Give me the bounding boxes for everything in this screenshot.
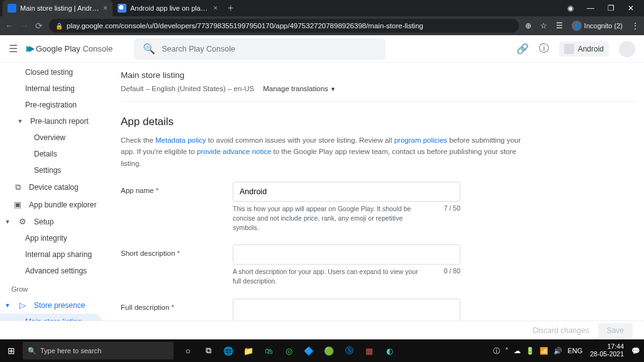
sidebar-item-pre-registration[interactable]: Pre-registration — [0, 97, 102, 113]
system-tray: ⓘ ˄ ☁ 🔋 📶 🔊 ENG 17:44 28-05-2021 💬 — [493, 343, 644, 358]
skype-icon[interactable]: Ⓢ — [341, 343, 357, 359]
start-button[interactable]: ⊞ — [0, 346, 23, 356]
browser-tab[interactable]: Android app live on play store s × — [113, 0, 223, 16]
full-desc-textarea[interactable] — [233, 299, 460, 321]
store-icon[interactable]: 🛍 — [260, 343, 277, 359]
app-selector[interactable]: Android — [559, 41, 609, 57]
app-icon[interactable]: ◐ — [381, 343, 397, 359]
main-content: Main store listing Default – English (Un… — [107, 63, 644, 321]
play-outline-icon: ▷ — [18, 300, 28, 310]
program-policies-link[interactable]: program policies — [394, 136, 447, 144]
reload-icon[interactable]: ⟳ — [35, 21, 43, 31]
onedrive-icon[interactable]: ☁ — [514, 347, 521, 355]
gear-icon: ⚙ — [18, 217, 28, 226]
lang-indicator[interactable]: ENG — [567, 347, 582, 354]
search-input[interactable] — [162, 45, 377, 53]
sidebar-item-details[interactable]: Details — [0, 146, 102, 162]
label-app-name: App name * — [121, 182, 233, 232]
taskbar-search[interactable]: 🔍 Type here to search — [23, 342, 174, 359]
sidebar-item-internal-sharing[interactable]: Internal app sharing — [0, 246, 102, 263]
chevron-down-icon: ▼ — [330, 86, 336, 92]
section-app-details: App details — [121, 102, 644, 134]
maximize-icon[interactable]: ❐ — [606, 4, 615, 13]
sidebar-item-prelaunch[interactable]: ▼Pre-launch report — [0, 113, 102, 129]
incognito-indicator[interactable]: 👤 Incognito (2) — [572, 21, 623, 31]
battery-icon[interactable]: 🔋 — [526, 347, 535, 355]
new-tab-button[interactable]: + — [223, 3, 238, 14]
avatar[interactable] — [619, 41, 635, 57]
chrome-icon[interactable]: 🟢 — [321, 343, 337, 359]
sidebar-item-app-integrity[interactable]: App integrity — [0, 230, 102, 246]
app-icon[interactable]: ◎ — [280, 343, 297, 359]
app-header: ☰ Google Play Console 🔍 🔗 ⓘ Android — [0, 35, 644, 63]
chevron-up-icon[interactable]: ˄ — [505, 347, 509, 355]
volume-icon[interactable]: 🔊 — [553, 347, 562, 355]
chevron-down-icon: ▼ — [16, 118, 24, 124]
save-button[interactable]: Save — [598, 323, 633, 338]
tab-strip: Main store listing | Android × Android a… — [0, 0, 644, 16]
explorer-icon[interactable]: 📁 — [240, 343, 257, 359]
sidebar-item-overview[interactable]: Overview — [0, 129, 102, 146]
wifi-icon[interactable]: 📶 — [540, 347, 548, 355]
short-desc-hint: A short description for your app. Users … — [233, 267, 421, 285]
sidebar-item-settings[interactable]: Settings — [0, 162, 102, 178]
locale-label: Default – English (United States) – en-U… — [121, 85, 254, 92]
bookmark-icon[interactable]: ☆ — [540, 21, 547, 30]
label-short-desc: Short description * — [121, 244, 233, 285]
link-icon[interactable]: 🔗 — [516, 43, 529, 55]
app-icon[interactable]: 🔷 — [301, 343, 317, 359]
discard-button[interactable]: Discard changes — [533, 326, 589, 335]
sidebar-item-setup[interactable]: ▼⚙Setup — [0, 213, 102, 230]
footer-bar: Discard changes Save — [0, 321, 644, 339]
search-box[interactable]: 🔍 — [134, 38, 386, 60]
search-icon: 🔍 — [143, 43, 155, 55]
helper-text: Check the Metadata policy to avoid commo… — [121, 134, 523, 175]
label-full-desc: Full description * — [121, 299, 233, 321]
search-icon: 🔍 — [28, 347, 36, 355]
url-field[interactable]: 🔒 play.google.com/console/u/0/developers… — [49, 19, 519, 33]
app-icon — [564, 44, 574, 54]
record-icon[interactable]: ◉ — [566, 4, 575, 13]
clock[interactable]: 17:44 28-05-2021 — [587, 343, 626, 358]
task-view-icon[interactable]: ⧉ — [200, 343, 216, 359]
devices-icon: ⧉ — [13, 182, 23, 192]
app-name-counter: 7 / 50 — [444, 204, 460, 232]
bundle-icon: ▣ — [13, 200, 23, 209]
manage-translations-link[interactable]: Manage translations ▼ — [263, 85, 336, 92]
play-icon — [26, 46, 32, 52]
sidebar-section-grow: Grow — [0, 279, 107, 297]
url-text: play.google.com/console/u/0/developers/7… — [67, 22, 423, 30]
menu-icon[interactable]: ☰ — [9, 43, 18, 55]
page-title: Main store listing — [121, 63, 644, 85]
close-icon[interactable]: × — [103, 4, 108, 13]
kebab-icon[interactable]: ⋮ — [631, 21, 639, 30]
sidebar-item-device-catalog[interactable]: ⧉Device catalog — [0, 178, 102, 196]
minimize-icon[interactable]: ― — [586, 4, 595, 13]
notifications-icon[interactable]: 💬 — [631, 347, 640, 355]
browser-tab-active[interactable]: Main store listing | Android × — [3, 0, 113, 16]
reading-list-icon[interactable]: ☰ — [556, 21, 563, 30]
row-app-name: App name * This is how your app will app… — [121, 175, 644, 238]
zoom-icon[interactable]: ⊕ — [525, 21, 531, 30]
tray-icon[interactable]: ⓘ — [493, 346, 500, 356]
sidebar-item-advanced-settings[interactable]: Advanced settings — [0, 263, 102, 279]
play-console-logo[interactable]: Google Play Console — [26, 44, 113, 53]
metadata-policy-link[interactable]: Metadata policy — [155, 136, 206, 144]
close-window-icon[interactable]: ✕ — [626, 4, 635, 13]
app-icon[interactable]: ▦ — [361, 343, 377, 359]
edge-icon[interactable]: 🌐 — [220, 343, 236, 359]
sidebar-item-closed-testing[interactable]: Closed testing — [0, 64, 102, 80]
sidebar-item-store-presence[interactable]: ▼▷Store presence — [0, 297, 102, 314]
sidebar-item-app-bundle[interactable]: ▣App bundle explorer — [0, 196, 102, 213]
sidebar-item-main-store-listing[interactable]: Main store listing — [0, 314, 102, 321]
cortana-icon[interactable]: ○ — [180, 343, 196, 359]
advance-notice-link[interactable]: provide advance notice — [197, 148, 271, 155]
tab-title: Main store listing | Android — [20, 4, 99, 12]
forward-icon[interactable]: → — [20, 21, 29, 31]
app-name-input[interactable] — [233, 182, 460, 202]
short-desc-input[interactable] — [233, 244, 460, 265]
sidebar-item-internal-testing[interactable]: Internal testing — [0, 80, 102, 97]
back-icon[interactable]: ← — [5, 21, 14, 31]
help-icon[interactable]: ⓘ — [539, 42, 549, 55]
close-icon[interactable]: × — [213, 4, 218, 13]
